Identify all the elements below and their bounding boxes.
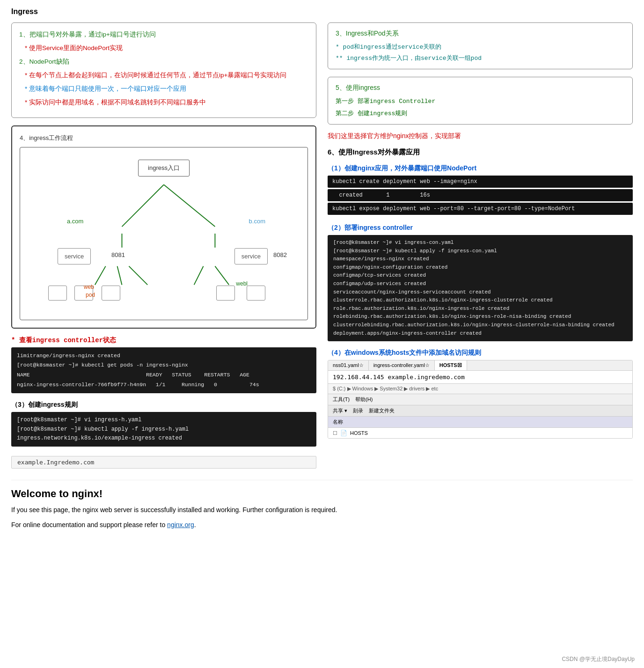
pod-box-1 <box>48 286 67 301</box>
item3: 2、NodePort缺陷 <box>19 57 308 67</box>
left-column: 1、把端口号对外暴露，通过ip+端口号进行访问 * 使用Service里面的No… <box>11 22 316 469</box>
hosts-address-line[interactable]: 192.168.44.145 example.ingredemo.com <box>328 371 632 384</box>
sub2-l9: rolebinding.rbac.authorization.k8s.io/ng… <box>333 314 571 319</box>
ingress-pod-title: 3、Ingress和Pod关系 <box>336 29 625 38</box>
sub2-l5: configmap/udp-services created <box>333 281 426 286</box>
service-box-right: service <box>234 248 268 264</box>
sub2-title: （2）部署ingress controller <box>328 224 633 232</box>
item1: 1、把端口号对外暴露，通过ip+端口号进行访问 <box>19 29 308 40</box>
note-section: 我们这里选择官方维护nginx控制器，实现部署 <box>328 132 633 140</box>
status-terminal: limitrange/ingress-nginx created [root@k… <box>11 347 316 394</box>
hosts-path: $ (C:) ▶ Windows ▶ System32 ▶ drivers ▶ … <box>328 384 632 394</box>
step1: 第一步 部署ingress Controller <box>336 97 625 105</box>
svg-line-4 <box>95 266 106 285</box>
share-item1[interactable]: 共享 ▾ <box>333 407 347 414</box>
step2: 第二步 创建ingress规则 <box>336 109 625 117</box>
ci-line2: [root@k8smaster ~]# kubectl apply -f ing… <box>17 426 189 433</box>
status-line3: NAME READY STATUS RESTARTS AGE <box>17 372 249 378</box>
status-title: * 查看ingress controller状态 <box>11 336 316 345</box>
ci-line1: [root@k8smaster ~]# vi ingress-h.yaml <box>17 417 141 423</box>
web-label: web <box>84 284 94 290</box>
pod-box-3 <box>102 286 120 301</box>
create-ingress-title: （3）创建ingress规则 <box>11 401 316 409</box>
sub2-l3: configmap/nginx-configuration created <box>333 264 447 270</box>
sub2-section: （2）部署ingress controller [root@k8smaster … <box>328 224 633 341</box>
note-text: 我们这里选择官方维护nginx控制器，实现部署 <box>328 132 633 140</box>
webl-label: webl <box>236 280 248 287</box>
hosts-toolbar: 工具(T) 帮助(H) <box>328 394 632 405</box>
toolbar-item1[interactable]: 工具(T) <box>333 396 350 403</box>
sub1-cmd1-detail: created 1 16s <box>328 189 633 201</box>
create-ingress-section: （3）创建ingress规则 [root@k8smaster ~]# vi in… <box>11 401 316 447</box>
sub2-l0: [root@k8smaster ~]# vi ingress-con.yaml <box>333 240 454 245</box>
welcome-title: Welcome to nginx! <box>11 488 633 500</box>
svg-line-0 <box>122 184 164 227</box>
pod-box-4 <box>216 286 235 301</box>
tab-hosts[interactable]: HOSTS☒ <box>435 360 467 370</box>
toolbar-item2[interactable]: 帮助(H) <box>355 396 373 403</box>
diagram-inner: ingress入口 a.com b.com service 8081 servi… <box>20 147 308 320</box>
file-checkbox: ☐ <box>333 430 337 436</box>
ingress-pod-item2: ** ingress作为统一入口，由service关联一组pod <box>336 54 625 62</box>
welcome-section: Welcome to nginx! If you see this page, … <box>11 480 633 531</box>
item5: * 意味着每个端口只能使用一次，一个端口对应一个应用 <box>25 84 308 95</box>
tab-nss01[interactable]: nss01.yaml☆ <box>328 360 369 370</box>
hosts-share-toolbar: 共享 ▾ 刻录 新建文件夹 <box>328 405 632 417</box>
svg-line-8 <box>215 266 229 285</box>
pod-label: pod <box>86 292 95 298</box>
svg-line-5 <box>117 266 122 285</box>
ci-line3: ingress.networking.k8s.io/example-ingres… <box>17 435 182 441</box>
svg-line-6 <box>129 266 147 285</box>
ingress-pod-section: 3、Ingress和Pod关系 * pod和ingress通过service关联… <box>328 22 633 69</box>
sub2-l11: deployment.apps/nginx-ingress-controller… <box>333 330 482 336</box>
svg-line-7 <box>194 266 204 285</box>
ingress-diagram-box: 4、ingress工作流程 <box>11 125 316 329</box>
hosts-tabs: nss01.yaml☆ ingress-controller.yaml☆ HOS… <box>328 360 632 371</box>
bcom-label: b.com <box>249 218 265 225</box>
use-ingress-section: 5、使用ingress 第一步 部署ingress Controller 第二步… <box>328 77 633 125</box>
hosts-file-entry[interactable]: ☐ 📄 HOSTS <box>328 428 632 438</box>
service-box-left: service <box>58 248 91 264</box>
sub2-l1: [root@k8smaster ~]# kubectl apply -f ing… <box>333 248 497 254</box>
sub1-section: （1）创建nginx应用，对外暴露端口使用NodePort kubectl cr… <box>328 164 633 216</box>
sub1-cmd2: kubectl expose deployment web --port=80 … <box>328 203 633 215</box>
section6-title: 6、使用Ingress对外暴露应用 <box>328 148 633 157</box>
create-ingress-terminal: [root@k8smaster ~]# vi ingress-h.yaml [r… <box>11 412 316 447</box>
sub2-l7: clusterrole.rbac.authorization.k8s.io/ng… <box>333 297 553 303</box>
ingress-pod-item1: * pod和ingress通过service关联的 <box>336 43 625 51</box>
item6: * 实际访问中都是用域名，根据不同域名跳转到不同端口服务中 <box>25 97 308 108</box>
item2: * 使用Service里面的NodePort实现 <box>25 43 308 54</box>
col-name: 名称 <box>333 419 343 425</box>
nodeport-section: 1、把端口号对外暴露，通过ip+端口号进行访问 * 使用Service里面的No… <box>11 22 316 118</box>
status-section: * 查看ingress controller状态 limitrange/ingr… <box>11 336 316 394</box>
status-line4: nginx-ingress-controller-766fb9f77-h4n9n… <box>17 382 259 388</box>
item4: * 在每个节点上都会起到端口，在访问时候通过任何节点，通过节点ip+暴露端口号实… <box>25 70 308 81</box>
nginx-link[interactable]: nginx.org <box>167 521 194 529</box>
sub2-l6: serviceaccount/nginx-ingress-serviceacco… <box>333 289 491 295</box>
file-icon: 📄 <box>340 430 347 436</box>
tab-ingress-controller[interactable]: ingress-controller.yaml☆ <box>369 360 435 370</box>
port-label-left: 8081 <box>111 251 125 258</box>
port-label-right: 8082 <box>273 251 287 258</box>
pod-box-5 <box>247 286 265 301</box>
right-column: 3、Ingress和Pod关系 * pod和ingress通过service关联… <box>328 22 633 439</box>
hosts-screenshot: nss01.yaml☆ ingress-controller.yaml☆ HOS… <box>328 360 633 439</box>
file-hosts-name: HOSTS <box>350 430 368 436</box>
share-item3[interactable]: 新建文件夹 <box>369 407 395 414</box>
address-bar[interactable] <box>11 456 316 469</box>
sub4-title: （4）在windows系统hosts文件中添加域名访问规则 <box>328 349 633 357</box>
share-item2[interactable]: 刻录 <box>353 407 363 414</box>
sub2-l10: clusterrolebinding.rbac.authorization.k8… <box>333 322 615 328</box>
sub2-l2: namespace/ingress-nginx created <box>333 256 429 262</box>
sub1-title: （1）创建nginx应用，对外暴露端口使用NodePort <box>328 164 633 173</box>
sub2-terminal: [root@k8smaster ~]# vi ingress-con.yaml … <box>328 235 633 341</box>
sub4-section: （4）在windows系统hosts文件中添加域名访问规则 nss01.yaml… <box>328 349 633 439</box>
sub1-cmd1: kubectl create deployment web --image=ng… <box>328 176 633 188</box>
svg-line-1 <box>164 184 215 227</box>
use-ingress-title: 5、使用ingress <box>336 84 625 92</box>
welcome-text2-prefix: For online documentation and support ple… <box>11 521 165 529</box>
welcome-text1: If you see this page, the nginx web serv… <box>11 505 339 516</box>
watermark: CSDN @学无止境DayDayUp <box>562 655 635 663</box>
sub2-l8: role.rbac.authorization.k8s.io/nginx-ing… <box>333 306 509 311</box>
address-bar-container <box>11 454 316 469</box>
